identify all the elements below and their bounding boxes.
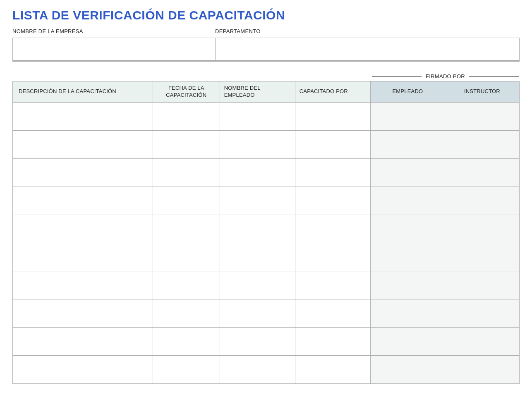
cell-date[interactable] [153, 243, 220, 271]
table-row [13, 243, 520, 271]
signed-by-label: FIRMADO POR [426, 73, 465, 79]
info-labels-row: NOMBRE DE LA EMPRESA DEPARTAMENTO [12, 28, 520, 35]
cell-trained-by[interactable] [295, 187, 370, 215]
cell-description[interactable] [13, 187, 153, 215]
cell-date[interactable] [153, 158, 220, 187]
cell-instructor-sign[interactable] [445, 299, 519, 327]
page-title: LISTA DE VERIFICACIÓN DE CAPACITACIÓN [12, 8, 520, 22]
table-row [13, 130, 520, 158]
divider-line [469, 76, 519, 77]
cell-employee-sign[interactable] [370, 130, 445, 158]
table-header-row: DESCRIPCIÓN DE LA CAPACITACIÓN FECHA DE … [13, 81, 520, 103]
cell-date[interactable] [153, 215, 220, 243]
table-row [13, 158, 520, 187]
cell-instructor-sign[interactable] [445, 215, 519, 243]
cell-date[interactable] [153, 355, 220, 383]
cell-instructor-sign[interactable] [445, 102, 519, 130]
cell-instructor-sign[interactable] [445, 355, 519, 383]
signed-by-row: FIRMADO POR [12, 73, 520, 79]
cell-employee-sign[interactable] [370, 271, 445, 299]
header-trained-by: CAPACITADO POR [295, 81, 370, 103]
info-boxes [12, 38, 520, 62]
department-input[interactable] [216, 38, 519, 60]
header-employee-name: NOMBRE DEL EMPLEADO [220, 81, 295, 103]
cell-trained-by[interactable] [295, 215, 370, 243]
cell-description[interactable] [13, 158, 153, 187]
company-input[interactable] [13, 38, 216, 60]
cell-description[interactable] [13, 299, 153, 327]
cell-trained-by[interactable] [295, 355, 370, 383]
cell-employee-sign[interactable] [370, 355, 445, 383]
cell-employee-sign[interactable] [370, 102, 445, 130]
cell-employee-sign[interactable] [370, 243, 445, 271]
table-row [13, 299, 520, 327]
table-row [13, 327, 520, 355]
cell-date[interactable] [153, 299, 220, 327]
cell-instructor-sign[interactable] [445, 243, 519, 271]
cell-instructor-sign[interactable] [445, 327, 519, 355]
cell-instructor-sign[interactable] [445, 187, 519, 215]
cell-trained-by[interactable] [295, 299, 370, 327]
cell-instructor-sign[interactable] [445, 130, 519, 158]
cell-employee-sign[interactable] [370, 187, 445, 215]
header-description: DESCRIPCIÓN DE LA CAPACITACIÓN [13, 81, 153, 103]
cell-employee-name[interactable] [220, 187, 295, 215]
cell-instructor-sign[interactable] [445, 158, 519, 187]
cell-employee-sign[interactable] [370, 215, 445, 243]
cell-employee-sign[interactable] [370, 299, 445, 327]
cell-trained-by[interactable] [295, 102, 370, 130]
cell-date[interactable] [153, 327, 220, 355]
cell-date[interactable] [153, 271, 220, 299]
cell-employee-name[interactable] [220, 299, 295, 327]
cell-employee-sign[interactable] [370, 158, 445, 187]
cell-description[interactable] [13, 102, 153, 130]
cell-trained-by[interactable] [295, 158, 370, 187]
cell-employee-name[interactable] [220, 355, 295, 383]
cell-employee-name[interactable] [220, 215, 295, 243]
cell-description[interactable] [13, 243, 153, 271]
cell-employee-name[interactable] [220, 327, 295, 355]
training-table: DESCRIPCIÓN DE LA CAPACITACIÓN FECHA DE … [12, 81, 520, 384]
table-row [13, 271, 520, 299]
cell-employee-name[interactable] [220, 130, 295, 158]
cell-description[interactable] [13, 130, 153, 158]
cell-trained-by[interactable] [295, 243, 370, 271]
company-label: NOMBRE DE LA EMPRESA [12, 28, 215, 35]
cell-instructor-sign[interactable] [445, 271, 519, 299]
divider-line [372, 76, 422, 77]
cell-description[interactable] [13, 327, 153, 355]
cell-date[interactable] [153, 187, 220, 215]
cell-employee-name[interactable] [220, 271, 295, 299]
header-date: FECHA DE LA CAPACITACIÓN [153, 81, 220, 103]
cell-trained-by[interactable] [295, 130, 370, 158]
cell-date[interactable] [153, 130, 220, 158]
cell-description[interactable] [13, 271, 153, 299]
table-row [13, 215, 520, 243]
cell-description[interactable] [13, 215, 153, 243]
table-row [13, 355, 520, 383]
cell-employee-sign[interactable] [370, 327, 445, 355]
cell-date[interactable] [153, 102, 220, 130]
cell-description[interactable] [13, 355, 153, 383]
cell-employee-name[interactable] [220, 243, 295, 271]
cell-trained-by[interactable] [295, 327, 370, 355]
department-label: DEPARTAMENTO [215, 28, 520, 35]
cell-employee-name[interactable] [220, 158, 295, 187]
cell-employee-name[interactable] [220, 102, 295, 130]
table-row [13, 187, 520, 215]
table-row [13, 102, 520, 130]
cell-trained-by[interactable] [295, 271, 370, 299]
header-instructor-sign: INSTRUCTOR [445, 81, 519, 103]
header-employee-sign: EMPLEADO [370, 81, 445, 103]
